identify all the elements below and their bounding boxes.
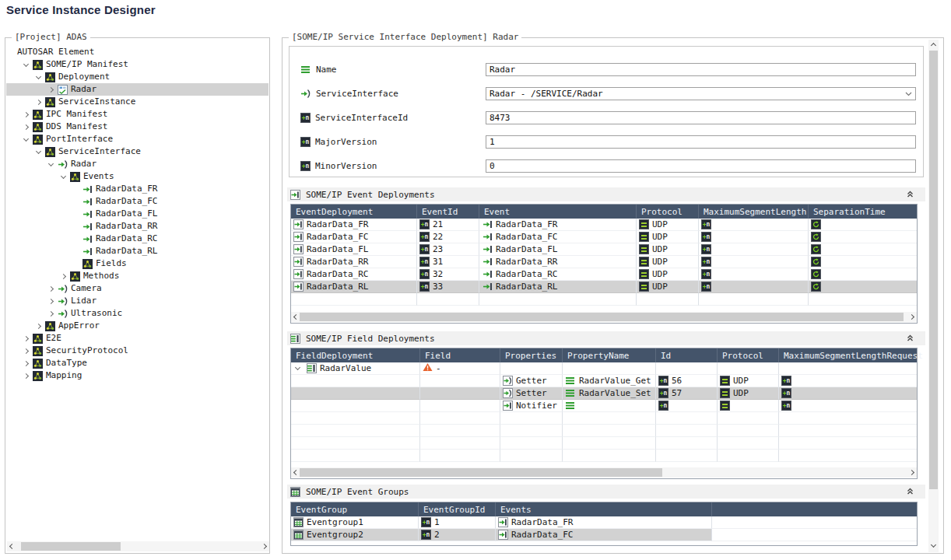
table-row-radardata-fr[interactable]: RadarData_FR +n21 RadarData_FR UDP +n <box>291 219 917 231</box>
chevron-right-icon[interactable] <box>47 296 57 306</box>
column-header[interactable]: Protocol <box>718 348 779 362</box>
chevron-down-icon[interactable] <box>22 60 32 70</box>
tree-item-autosar-element[interactable]: AUTOSAR Element <box>6 46 268 58</box>
name-input[interactable] <box>486 63 916 76</box>
tree-item-camera[interactable]: Camera <box>6 282 268 295</box>
event-deployments-horizontal-scrollbar[interactable] <box>291 312 917 322</box>
scroll-right-arrow[interactable] <box>261 541 269 551</box>
tree-item-radardata-fc[interactable]: RadarData_FC <box>6 195 268 208</box>
panel-vertical-scrollbar[interactable] <box>928 40 939 552</box>
column-header[interactable]: SeparationTime <box>809 205 917 219</box>
column-header[interactable]: EventGroupId <box>419 502 496 516</box>
scroll-left-arrow[interactable] <box>7 541 15 551</box>
scroll-left-arrow[interactable] <box>291 312 299 322</box>
scroll-up-arrow[interactable] <box>928 40 939 49</box>
column-header[interactable]: PropertyName <box>563 348 656 362</box>
column-header[interactable]: Field <box>420 348 500 362</box>
chevron-down-icon[interactable] <box>47 159 57 170</box>
chevron-right-icon[interactable] <box>34 321 44 331</box>
tree-item-fields[interactable]: Fields <box>6 257 268 270</box>
tree-item-someip-manifest[interactable]: SOME/IP Manifest <box>6 58 268 71</box>
column-header[interactable]: Protocol <box>637 205 699 219</box>
table-row-eventgroup1[interactable]: Eventgroup1 +n1 RadarData_FR <box>291 516 917 529</box>
chevron-down-icon[interactable] <box>293 363 304 373</box>
chevron-right-icon[interactable] <box>22 346 32 356</box>
scrollbar-thumb[interactable] <box>929 51 938 489</box>
double-chevron-up-icon[interactable] <box>906 190 914 201</box>
tree-item-radardata-rr[interactable]: RadarData_RR <box>6 220 268 233</box>
tree-item-deployment[interactable]: Deployment <box>6 71 268 83</box>
column-header[interactable]: Properties <box>500 348 563 362</box>
column-header[interactable]: Id <box>656 348 718 362</box>
column-header[interactable]: EventDeployment <box>291 205 417 219</box>
column-header[interactable]: FieldDeployment <box>291 348 420 362</box>
double-chevron-up-icon[interactable] <box>906 334 914 345</box>
scrollbar-thumb[interactable] <box>300 313 904 321</box>
minorversion-input[interactable] <box>486 159 916 173</box>
tree-item-securityprotocol[interactable]: SecurityProtocol <box>6 345 268 357</box>
table-row-setter-selected[interactable]: Setter RadarValue_Set +n57 UDP +n <box>291 387 917 400</box>
chevron-right-icon[interactable] <box>22 122 32 132</box>
table-row-radardata-rl-selected[interactable]: RadarData_RL +n33 RadarData_RL UDP +n <box>291 281 917 293</box>
tree-item-serviceinterface[interactable]: ServiceInterface <box>6 145 268 158</box>
tree-item-dds-manifest[interactable]: DDS Manifest <box>6 121 268 133</box>
majorversion-input[interactable] <box>486 135 916 149</box>
tree-item-apperror[interactable]: AppError <box>6 320 268 332</box>
chevron-right-icon[interactable] <box>22 334 32 344</box>
chevron-down-icon[interactable] <box>34 147 44 157</box>
tree-item-e2e[interactable]: E2E <box>6 332 268 345</box>
tree-item-serviceinstance[interactable]: ServiceInstance <box>6 96 268 108</box>
chevron-right-icon[interactable] <box>22 110 32 120</box>
field-deployments-horizontal-scrollbar[interactable] <box>291 467 917 478</box>
table-row-eventgroup2[interactable]: Eventgroup2 +n2 RadarData_FC <box>291 529 917 541</box>
column-header[interactable]: Events <box>496 502 712 516</box>
chevron-down-icon[interactable] <box>22 135 32 145</box>
double-chevron-up-icon[interactable] <box>906 487 914 498</box>
scrollbar-thumb[interactable] <box>300 468 662 477</box>
scroll-right-arrow[interactable] <box>909 467 917 478</box>
column-header[interactable]: Event <box>479 205 637 219</box>
serviceinterface-select[interactable]: Radar - /SERVICE/Radar <box>486 87 916 100</box>
column-header[interactable]: EventId <box>417 205 479 219</box>
tree-item-radardata-fr[interactable]: RadarData_FR <box>6 183 268 195</box>
column-header[interactable]: MaximumSegmentLength <box>699 205 809 219</box>
chevron-right-icon[interactable] <box>22 371 32 381</box>
tree-item-radardata-fl[interactable]: RadarData_FL <box>6 208 268 220</box>
tree-item-radardata-rl[interactable]: RadarData_RL <box>6 245 268 257</box>
table-row-notifier[interactable]: Notifier +n +n <box>291 400 917 412</box>
tree-item-lidar[interactable]: Lidar <box>6 295 268 307</box>
table-row-radardata-rr[interactable]: RadarData_RR +n31 RadarData_RR UDP +n <box>291 256 917 268</box>
column-header[interactable]: MaximumSegmentLengthRequest <box>779 348 917 362</box>
tree-item-ultrasonic[interactable]: Ultrasonic <box>6 307 268 320</box>
scroll-right-arrow[interactable] <box>909 312 917 322</box>
chevron-down-icon[interactable] <box>59 172 69 182</box>
chevron-right-icon[interactable] <box>47 85 57 95</box>
serviceinterfaceid-input[interactable] <box>486 111 916 124</box>
chevron-right-icon[interactable] <box>47 284 57 294</box>
tree-horizontal-scrollbar[interactable] <box>7 541 269 551</box>
tree-item-portinterface[interactable]: PortInterface <box>6 133 268 145</box>
table-row-radardata-fl[interactable]: RadarData_FL +n23 RadarData_FL UDP +n <box>291 243 917 256</box>
chevron-right-icon[interactable] <box>34 97 44 107</box>
tree-item-radar-deployment[interactable]: Radar <box>6 83 268 96</box>
tree-item-datatype[interactable]: DataType <box>6 357 268 369</box>
tree-item-events[interactable]: Events <box>6 170 268 183</box>
chevron-right-icon[interactable] <box>47 309 57 319</box>
scrollbar-thumb[interactable] <box>21 542 121 551</box>
chevron-right-icon[interactable] <box>59 271 69 282</box>
tree-item-ipc-manifest[interactable]: IPC Manifest <box>6 108 268 121</box>
chevron-right-icon[interactable] <box>22 359 32 369</box>
scroll-left-arrow[interactable] <box>291 467 299 478</box>
tree-item-radar-interface[interactable]: Radar <box>6 158 268 170</box>
tree-item-radardata-rc[interactable]: RadarData_RC <box>6 233 268 245</box>
column-header[interactable]: EventGroup <box>291 502 419 516</box>
chevron-down-icon[interactable] <box>34 72 44 82</box>
table-row-radardata-fc[interactable]: RadarData_FC +n22 RadarData_FC UDP +n <box>291 231 917 243</box>
table-row-getter[interactable]: Getter RadarValue_Get +n56 UDP +n <box>291 375 917 387</box>
tree-item-mapping[interactable]: Mapping <box>6 369 268 382</box>
table-row-radarvalue[interactable]: RadarValue - <box>291 362 917 375</box>
scroll-down-arrow[interactable] <box>928 541 939 551</box>
tree-item-methods[interactable]: Methods <box>6 270 268 282</box>
chevron-down-icon[interactable] <box>905 89 912 99</box>
table-row-radardata-rc[interactable]: RadarData_RC +n32 RadarData_RC UDP +n <box>291 268 917 281</box>
